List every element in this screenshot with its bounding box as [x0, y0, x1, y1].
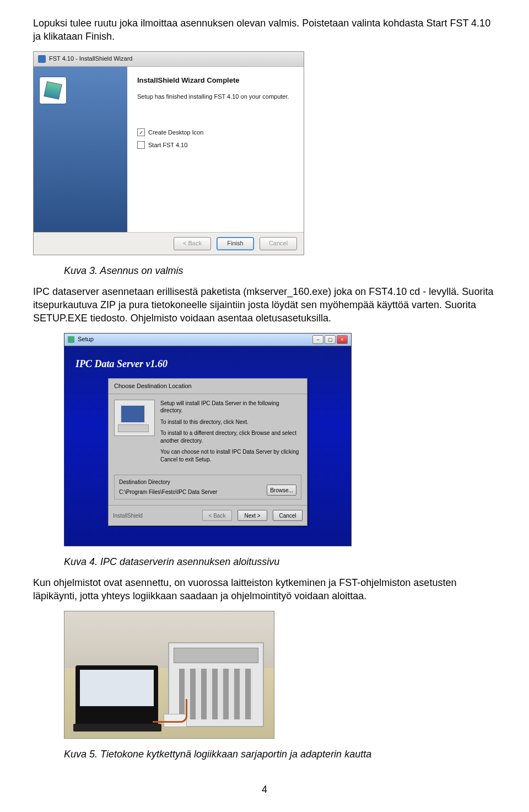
close-icon[interactable]: × [337, 335, 348, 344]
computer-icon [114, 400, 155, 436]
cancel-button[interactable]: Cancel [260, 237, 297, 250]
dialog-heading: Choose Destination Location [109, 379, 307, 394]
next-button[interactable]: Next > [237, 510, 267, 521]
figure-1-caption: Kuva 3. Asennus on valmis [64, 264, 496, 277]
cancel-button[interactable]: Cancel [273, 510, 303, 521]
intro-paragraph: Lopuksi tulee ruutu joka ilmoittaa asenn… [33, 17, 496, 44]
checkbox-desktop-icon[interactable]: Create Desktop Icon [137, 128, 294, 137]
installshield-window: FST 4.10 - InstallShield Wizard InstallS… [33, 51, 304, 255]
dialog-text: Setup will install IPC Data Server in th… [160, 400, 301, 467]
figure-2: Setup – ▢ × IPC Data Server v1.60 Choose… [64, 333, 496, 546]
figure-2-caption: Kuva 4. IPC dataserverin asennuksen aloi… [64, 555, 496, 568]
page-number: 4 [33, 783, 496, 796]
browse-button[interactable]: Browse... [267, 485, 296, 496]
finish-button[interactable]: Finish [217, 237, 254, 250]
ipc-installer-window: Setup – ▢ × IPC Data Server v1.60 Choose… [64, 333, 352, 546]
dialog-line: Setup will install IPC Data Server in th… [160, 400, 301, 415]
destination-dialog: Choose Destination Location Setup will i… [108, 378, 307, 526]
app-icon [68, 336, 74, 343]
checkbox-start-fst[interactable]: Start FST 4.10 [137, 141, 294, 149]
wizard-footer: < Back Finish Cancel [34, 232, 304, 255]
wizard-heading: InstallShield Wizard Complete [137, 76, 294, 85]
titlebar-buttons: – ▢ × [312, 335, 348, 344]
laptop-icon [75, 665, 158, 726]
dialog-line: To install to this directory, click Next… [160, 418, 301, 426]
destination-path: C:\Program Files\Festo\IPC Data Server [119, 488, 217, 496]
destination-box: Destination Directory C:\Program Files\F… [114, 475, 301, 499]
maximize-icon[interactable]: ▢ [325, 335, 336, 344]
figure-3 [64, 611, 496, 739]
back-button[interactable]: < Back [174, 237, 211, 250]
mid-paragraph: IPC dataserver asennetaan erillisestä pa… [33, 285, 496, 325]
installer-app-title: IPC Data Server v1.60 [75, 357, 342, 370]
figure-3-caption: Kuva 5. Tietokone kytkettynä logiikkaan … [64, 748, 496, 761]
window-title: FST 4.10 - InstallShield Wizard [49, 55, 132, 63]
dialog-line: To install to a different directory, cli… [160, 429, 301, 444]
figure-1: FST 4.10 - InstallShield Wizard InstallS… [33, 51, 496, 255]
minimize-icon[interactable]: – [312, 335, 323, 344]
window-titlebar: FST 4.10 - InstallShield Wizard [34, 52, 304, 67]
wizard-text: Setup has finished installing FST 4.10 o… [137, 93, 294, 101]
window-titlebar: Setup – ▢ × [64, 334, 351, 346]
checkbox-label: Create Desktop Icon [148, 128, 203, 137]
window-title: Setup [78, 335, 94, 343]
destination-label: Destination Directory [119, 478, 217, 486]
lab-photo [64, 611, 274, 739]
checkbox-icon [137, 128, 145, 136]
wizard-icon [39, 77, 67, 104]
wizard-side-panel [34, 67, 127, 232]
back-button[interactable]: < Back [202, 510, 232, 521]
checkbox-icon [137, 141, 145, 149]
dialog-line: You can choose not to install IPC Data S… [160, 448, 301, 463]
after-fig2-paragraph: Kun ohjelmistot ovat asennettu, on vuoro… [33, 576, 496, 603]
serial-cable [153, 699, 187, 723]
checkbox-label: Start FST 4.10 [148, 141, 187, 149]
app-icon [38, 55, 46, 63]
dialog-footer: InstallShield < Back Next > Cancel [109, 505, 307, 525]
installshield-label: InstallShield [113, 512, 143, 520]
